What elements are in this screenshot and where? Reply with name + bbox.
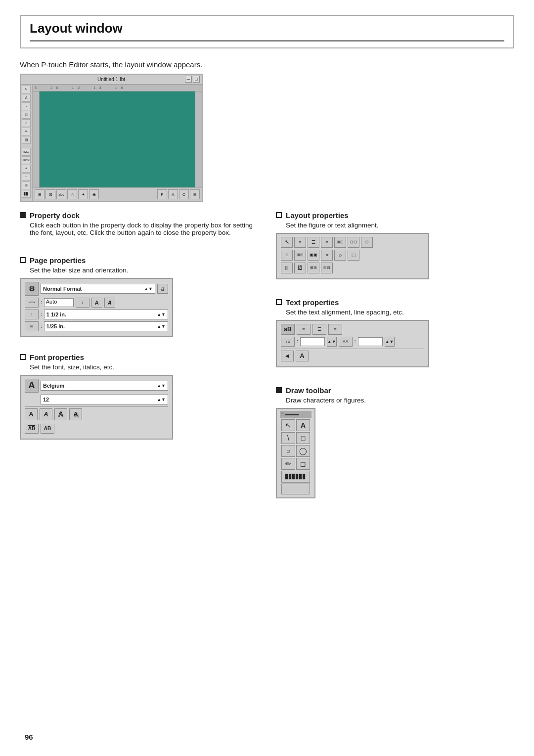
tool-img1[interactable]: IMG (22, 148, 31, 156)
bot-btn-c[interactable]: C (179, 189, 189, 199)
ab-underline-btn[interactable]: AB (41, 424, 54, 434)
tool-slash[interactable]: \ (22, 102, 31, 110)
cs-stepper[interactable]: ▲▼ (385, 337, 395, 347)
line-spacing-input[interactable] (300, 337, 325, 346)
tool-plus[interactable]: + (22, 165, 31, 173)
bot-btn-p[interactable]: P (157, 189, 167, 199)
tool-img2[interactable]: 100% (22, 156, 31, 164)
tool-bar[interactable]: ▊▊ (22, 190, 31, 198)
text-align-right[interactable]: ≡ (328, 324, 342, 335)
draw-rect-btn[interactable]: □ (296, 432, 310, 444)
bot-btn-6[interactable]: ◉ (89, 189, 99, 199)
layout-align-left[interactable]: ≡ (294, 237, 306, 248)
layout-btn-row1: ↖ ≡ ☰ ≡ ⊞⊞ ⊟⊟ ⊞ (281, 237, 424, 248)
format-dropdown[interactable]: Normal Format ▲▼ (41, 284, 155, 294)
height-icon: ↕ (25, 310, 39, 319)
layout-btn-cursor[interactable]: ↖ (281, 237, 293, 248)
bot-btn-3[interactable]: abc (56, 189, 66, 199)
outline-btn[interactable]: A (54, 408, 67, 420)
layout-table3[interactable]: ⊞ (361, 237, 373, 248)
draw-oval-btn[interactable]: ○ (281, 445, 295, 457)
auto-input[interactable]: Auto (44, 298, 74, 307)
draw-row3: ○ ◯ (280, 445, 312, 457)
bot-btn-4[interactable]: ☆ (67, 189, 77, 199)
tool-grid[interactable]: ⊞ (22, 181, 31, 189)
page-properties-label: Page properties (30, 256, 86, 265)
size-btn3[interactable]: A (104, 298, 115, 308)
text-align-center[interactable]: ☰ (312, 324, 326, 335)
text-properties-panel: aB ≡ ☰ ≡ ↕≡ : ▲▼ AA : ▲▼ (276, 320, 429, 367)
tool-eraser[interactable]: ✏ (22, 128, 31, 135)
font-size-value: 12 (43, 397, 49, 402)
draw-barcode-btn[interactable]: ▊▊▊▊▊▊ (281, 471, 310, 483)
maximize-btn[interactable]: □ (193, 76, 200, 83)
bot-btn-5[interactable]: ✦ (78, 189, 88, 199)
layout-group1[interactable]: ⊞⊞ (308, 263, 319, 273)
font-size-dropdown[interactable]: 12 ▲▼ (41, 395, 168, 404)
step-arrow-icon: ▲▼ (157, 324, 166, 329)
font-name-row: A Belgium ▲▼ (25, 379, 168, 393)
draw-line-btn[interactable]: \ (281, 432, 295, 444)
text-color-btn[interactable]: A (296, 351, 309, 361)
tool-oval[interactable]: ○ (22, 119, 31, 127)
layout-align-center[interactable]: ☰ (308, 237, 319, 248)
tool-fill[interactable]: ▤ (22, 136, 31, 144)
draw-arrow-btn[interactable]: ↖ (281, 419, 295, 431)
layout-img[interactable]: 🖼 (294, 263, 306, 273)
page-height-row: ↕ : 1 1/2 in. ▲▼ (25, 310, 168, 319)
layout-align-right[interactable]: ≡ (321, 237, 333, 248)
layout-group2[interactable]: ⊟⊟ (321, 263, 333, 273)
two-col-layout: Property dock Click each button in the p… (20, 211, 514, 505)
bot-btn-2[interactable]: ⊡ (45, 189, 55, 199)
step-dropdown[interactable]: 1/25 in. ▲▼ (44, 321, 168, 331)
draw-text-btn[interactable]: A (296, 419, 310, 431)
char-spacing-input[interactable] (358, 337, 383, 346)
layout-properties-header: Layout properties (276, 211, 514, 220)
height-dropdown[interactable]: 1 1/2 in. ▲▼ (44, 310, 168, 319)
text-shadow-btn[interactable]: ◀ (281, 351, 294, 361)
tool-minus[interactable]: − (22, 173, 31, 181)
line-spacing-icon: ↕≡ (281, 337, 295, 347)
layout-grid1[interactable]: ⊞⊞ (294, 250, 306, 261)
tool-arrow[interactable]: ↖ (22, 86, 31, 93)
cs-colon: : (355, 339, 356, 344)
draw-blank-btn[interactable] (281, 484, 310, 494)
page-icon-btn[interactable]: 🖨 (157, 284, 168, 294)
layout-arrow[interactable]: ⇔ (321, 250, 333, 261)
text-properties-header: Text properties (276, 298, 514, 307)
page-wrapper: Layout window When P-touch Editor starts… (0, 0, 534, 756)
italic-btn[interactable]: A (40, 408, 52, 420)
ab-overline-btn[interactable]: AB (25, 424, 39, 434)
text-align-left[interactable]: ≡ (297, 324, 311, 335)
layout-square[interactable]: □ (348, 250, 359, 261)
bot-btn-1[interactable]: ⊞ (35, 189, 44, 199)
size-btn1[interactable]: ↕ (76, 298, 89, 308)
bold-btn[interactable]: A (25, 408, 38, 420)
font-name-value: Belgium (43, 383, 64, 389)
layout-table2[interactable]: ⊟⊟ (348, 237, 359, 248)
text-properties-section: Text properties Set the text alignment, … (276, 298, 514, 367)
layout-grid2[interactable]: ▣▣ (308, 250, 319, 261)
sq-bullet-font-icon (20, 354, 26, 360)
window-buttons: ─ □ (185, 76, 200, 83)
text-style-row: ◀ A (281, 351, 424, 361)
minimize-btn[interactable]: ─ (185, 76, 192, 83)
scrollbar-vertical[interactable] (195, 91, 202, 187)
size-btn2[interactable]: A (91, 298, 102, 308)
bot-btn-end[interactable]: ⊞ (190, 189, 200, 199)
draw-ellipse-btn[interactable]: ◯ (296, 445, 310, 457)
draw-pen-btn[interactable]: ✏ (281, 458, 295, 470)
font-name-dropdown[interactable]: Belgium ▲▼ (41, 381, 168, 391)
shadow-btn[interactable]: A (69, 408, 82, 420)
layout-table1[interactable]: ⊞⊞ (334, 237, 346, 248)
layout-distribute[interactable]: ⊕ (281, 250, 293, 261)
ls-stepper[interactable]: ▲▼ (327, 337, 337, 347)
draw-eraser-btn[interactable]: ◻ (296, 458, 310, 470)
layout-frame[interactable]: ⌸ (281, 263, 293, 273)
bot-btn-a[interactable]: A (168, 189, 178, 199)
tool-a[interactable]: A (22, 94, 31, 102)
ruler-horizontal: 8 10 12 14 16 (33, 85, 202, 91)
layout-circle[interactable]: ○ (334, 250, 346, 261)
property-dock-label: Property dock (30, 211, 80, 220)
tool-rect[interactable]: □ (22, 111, 31, 119)
